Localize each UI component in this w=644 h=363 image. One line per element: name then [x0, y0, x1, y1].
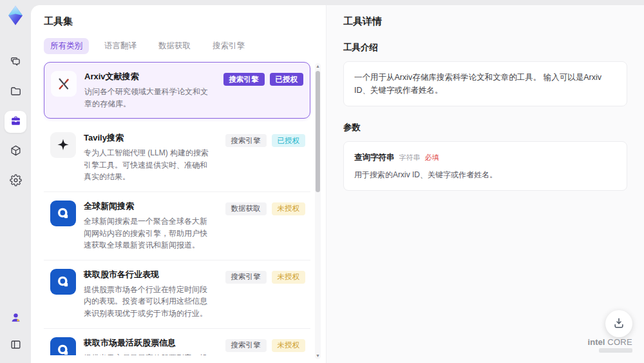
tool-card-description: 提供当天交易量最高的股票列表，投资者可以利用这些信息来识别流动性强的股票和潜在的… [84, 352, 214, 355]
tool-card[interactable]: Tavily搜索专为人工智能代理 (LLM) 构建的搜索引擎工具。可快速提供实时… [44, 124, 310, 192]
tab-0[interactable]: 所有类别 [44, 38, 89, 54]
panel-toggle-icon [10, 338, 22, 353]
scrollbar[interactable]: ▲ ▼ [315, 63, 321, 359]
tool-card-title: 全球新闻搜索 [84, 201, 214, 212]
download-button[interactable] [605, 310, 632, 337]
tool-card-description: 全球新闻搜索是一个聚合全球各大新闻网站内容的搜索引擎，帮助用户快速获取全球最新资… [84, 215, 214, 251]
auth-status-badge: 已授权 [270, 73, 304, 86]
category-badge: 搜索引擎 [225, 134, 267, 147]
scrollbar-thumb[interactable] [316, 71, 320, 192]
intel-core-branding: intel CORE [588, 337, 632, 353]
tools-panel: 工具集 所有类别语言翻译数据获取搜索引擎 Arxiv文献搜索访问各个研究领域大量… [31, 5, 326, 363]
details-panel: 工具详情 工具介绍 一个用于从Arxiv存储库搜索科学论文和文章的工具。 输入可… [326, 5, 644, 363]
arxiv-logo-icon [51, 71, 77, 97]
active-stocks-icon [50, 337, 76, 355]
tab-2[interactable]: 数据获取 [152, 38, 197, 54]
chat-icon [10, 55, 22, 70]
intel-core-label: intel CORE [588, 337, 632, 347]
category-tabs: 所有类别语言翻译数据获取搜索引擎 [44, 38, 310, 54]
tool-list: Arxiv文献搜索访问各个研究领域大量科学论文和文章的存储库。搜索引擎已授权Ta… [44, 62, 310, 355]
tool-card-description: 专为人工智能代理 (LLM) 构建的搜索引擎工具。可快速提供实时、准确和真实的结… [84, 147, 214, 183]
page-title: 工具集 [44, 15, 310, 28]
category-badge: 搜索引擎 [225, 339, 267, 352]
avatar-icon [10, 311, 22, 326]
tavily-star-icon [50, 132, 76, 158]
param-required-flag: 必填 [425, 152, 439, 164]
tool-card-title: Tavily搜索 [84, 132, 214, 144]
sidebar-item-chat[interactable] [5, 52, 26, 74]
main-surface: 工具集 所有类别语言翻译数据获取搜索引擎 Arxiv文献搜索访问各个研究领域大量… [31, 5, 644, 363]
param-list: 查询字符串字符串必填用于搜索的Arxiv ID、关键字或作者姓名。 [343, 141, 627, 191]
auth-status-badge: 未授权 [272, 339, 306, 352]
sidebar-bottom [5, 308, 26, 357]
tool-card-title: 获取股市各行业表现 [84, 269, 214, 280]
gear-icon [10, 174, 22, 188]
parameter-item: 查询字符串字符串必填用于搜索的Arxiv ID、关键字或作者姓名。 [354, 151, 616, 181]
tool-card[interactable]: 全球新闻搜索全球新闻搜索是一个聚合全球各大新闻网站内容的搜索引擎，帮助用户快速获… [44, 192, 310, 260]
download-icon [612, 317, 625, 331]
sidebar-item-briefcase[interactable] [5, 111, 26, 133]
tool-card-title: Arxiv文献搜索 [84, 71, 212, 83]
stock-sector-icon [50, 269, 76, 295]
tool-card-description: 提供股票市场各个行业在特定时间段内的表现。投资者可以利用这些信息来识别表现优于或… [84, 284, 214, 320]
auth-status-badge: 未授权 [272, 202, 306, 215]
news-search-icon [50, 201, 76, 226]
app-logo-icon [5, 5, 26, 26]
tool-card[interactable]: Arxiv文献搜索访问各个研究领域大量科学论文和文章的存储库。搜索引擎已授权 [44, 62, 310, 119]
sidebar [0, 0, 31, 363]
folder-icon [10, 85, 22, 99]
category-badge: 搜索引擎 [223, 73, 265, 86]
param-name: 查询字符串 [354, 151, 395, 164]
tool-card[interactable]: 获取股市各行业表现提供股票市场各个行业在特定时间段内的表现。投资者可以利用这些信… [44, 260, 310, 329]
sidebar-item-avatar[interactable] [5, 308, 26, 329]
sidebar-item-cube[interactable] [5, 141, 26, 162]
intel-ultra-mark [599, 348, 632, 353]
details-title: 工具详情 [343, 15, 627, 28]
sidebar-item-folder[interactable] [5, 81, 26, 103]
params-heading: 参数 [343, 122, 627, 133]
scroll-down-arrow-icon[interactable]: ▼ [315, 353, 321, 359]
sidebar-item-gear[interactable] [5, 170, 26, 192]
tool-card-title: 获取市场最活跃股票信息 [84, 337, 214, 349]
tool-card-description: 访问各个研究领域大量科学论文和文章的存储库。 [84, 86, 212, 110]
intro-text-box: 一个用于从Arxiv存储库搜索科学论文和文章的工具。 输入可以是Arxiv ID… [343, 61, 627, 106]
param-description: 用于搜索的Arxiv ID、关键字或作者姓名。 [354, 169, 616, 181]
sidebar-nav [5, 52, 26, 192]
briefcase-icon [10, 115, 22, 129]
category-badge: 数据获取 [225, 202, 267, 215]
tab-3[interactable]: 搜索引擎 [206, 38, 251, 54]
auth-status-badge: 未授权 [272, 271, 306, 284]
cube-icon [10, 144, 22, 159]
auth-status-badge: 已授权 [272, 134, 306, 147]
tool-card[interactable]: 获取市场最活跃股票信息提供当天交易量最高的股票列表，投资者可以利用这些信息来识别… [44, 329, 310, 355]
scroll-up-arrow-icon[interactable]: ▲ [315, 63, 321, 70]
param-type: 字符串 [399, 152, 421, 164]
category-badge: 搜索引擎 [225, 271, 267, 284]
tab-1[interactable]: 语言翻译 [98, 38, 143, 54]
sidebar-item-panel-toggle[interactable] [5, 335, 26, 357]
intro-heading: 工具介绍 [343, 42, 627, 54]
